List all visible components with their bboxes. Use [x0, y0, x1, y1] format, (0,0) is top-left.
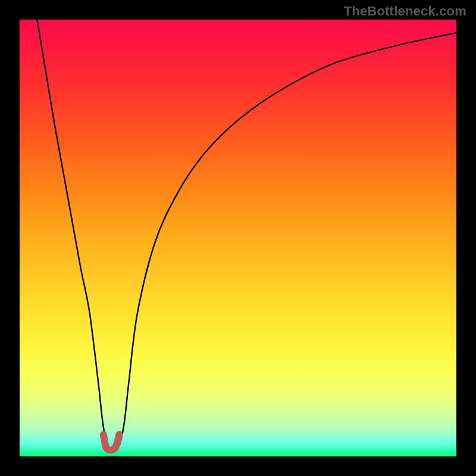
chart-frame: TheBottleneck.com — [0, 0, 476, 476]
curve-svg — [20, 20, 456, 456]
watermark-text: TheBottleneck.com — [344, 4, 466, 19]
plot-area — [20, 20, 456, 456]
highlight-min-curve — [104, 434, 119, 450]
bottleneck-curve — [37, 20, 456, 450]
